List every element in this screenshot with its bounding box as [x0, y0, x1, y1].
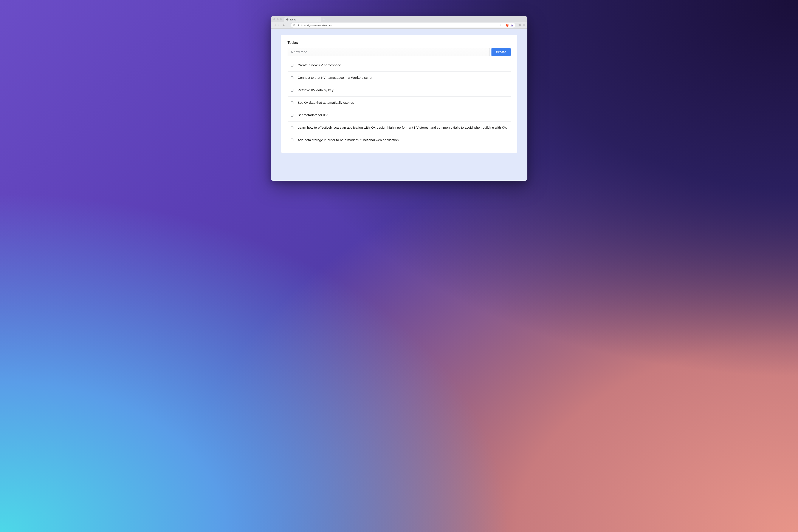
todo-item: Create a new KV namespace	[287, 59, 511, 72]
svg-line-2	[501, 25, 502, 26]
close-tab-icon[interactable]: ×	[317, 18, 319, 21]
maximize-window-button[interactable]	[280, 18, 282, 20]
page-title: Todos	[287, 41, 511, 45]
close-window-button[interactable]	[273, 18, 275, 20]
address-bar[interactable]: todos.signalnerve.workers.dev |	[291, 23, 515, 27]
todo-item: Learn how to effectively scale an applic…	[287, 121, 511, 134]
reload-button[interactable]: ⟳	[282, 24, 286, 27]
zoom-icon[interactable]	[499, 24, 502, 27]
create-button[interactable]: Create	[491, 48, 511, 56]
todo-text: Learn how to effectively scale an applic…	[298, 126, 507, 130]
new-todo-row: Create	[287, 48, 511, 56]
todo-item: Retrieve KV data by key	[287, 84, 511, 97]
todo-item: Connect to that KV namespace in a Worker…	[287, 72, 511, 84]
new-todo-input[interactable]	[287, 48, 490, 56]
traffic-lights	[271, 18, 284, 20]
todo-item: Set metadata for KV	[287, 109, 511, 121]
todo-item: Add data storage in order to be a modern…	[287, 134, 511, 147]
todo-text: Connect to that KV namespace in a Worker…	[298, 76, 372, 80]
todo-checkbox[interactable]	[291, 126, 293, 129]
new-tab-button[interactable]: +	[321, 17, 327, 21]
tab-bar: Todos × +	[271, 16, 527, 22]
toolbar: ◁ ▷ ⟳ todos.signalnerve.workers.dev |	[271, 22, 527, 28]
url-text: todos.signalnerve.workers.dev	[301, 24, 332, 27]
todo-checkbox[interactable]	[291, 114, 293, 117]
todo-text: Set KV data that automatically expires	[298, 100, 354, 105]
todo-text: Create a new KV namespace	[298, 63, 341, 68]
todo-text: Set metadata for KV	[298, 113, 328, 117]
browser-window: Todos × + ◁ ▷ ⟳ todos.signalnerve.worker…	[271, 16, 527, 181]
todo-text: Add data storage in order to be a modern…	[298, 138, 399, 142]
globe-icon	[286, 18, 289, 21]
minimize-window-button[interactable]	[277, 18, 279, 20]
todo-list: Create a new KV namespaceConnect to that…	[287, 59, 511, 146]
tab-title: Todos	[290, 18, 316, 21]
page-viewport: Todos Create Create a new KV namespaceCo…	[271, 28, 527, 181]
todos-card: Todos Create Create a new KV namespaceCo…	[281, 35, 517, 153]
todo-checkbox[interactable]	[291, 89, 293, 92]
todo-checkbox[interactable]	[291, 138, 293, 141]
menu-icon[interactable]	[522, 24, 525, 27]
brave-shield-icon[interactable]	[506, 24, 509, 27]
todo-item: Set KV data that automatically expires	[287, 97, 511, 109]
toolbar-divider: |	[504, 24, 504, 27]
lock-icon	[297, 24, 299, 27]
todo-checkbox[interactable]	[291, 76, 293, 79]
todo-checkbox[interactable]	[291, 101, 293, 104]
browser-tab[interactable]: Todos ×	[284, 17, 321, 22]
bookmark-icon[interactable]	[293, 24, 295, 27]
bat-icon[interactable]	[511, 24, 513, 26]
todo-text: Retrieve KV data by key	[298, 88, 333, 93]
forward-button[interactable]: ▷	[278, 24, 281, 27]
extensions-icon[interactable]	[518, 24, 521, 27]
todo-checkbox[interactable]	[291, 64, 293, 67]
back-button[interactable]: ◁	[273, 24, 276, 27]
